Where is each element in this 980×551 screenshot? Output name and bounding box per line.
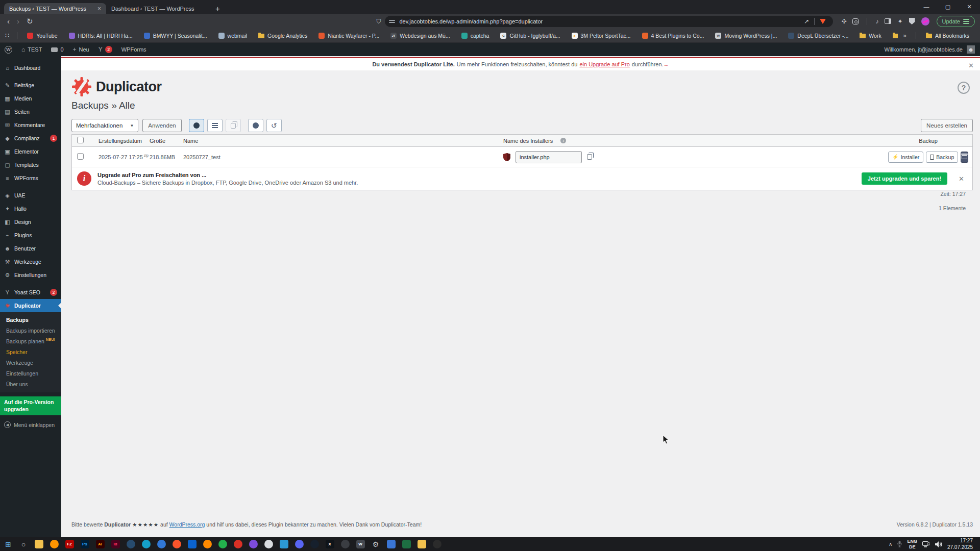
maximize-button[interactable]: ▢ xyxy=(937,0,959,13)
sidebar-pro-upgrade-button[interactable]: Auf die Pro-Version upgraden xyxy=(0,396,61,415)
submenu-import[interactable]: Backups importieren xyxy=(0,325,61,336)
trash-filter-button[interactable] xyxy=(248,119,263,132)
collapse-menu-button[interactable]: ◀ Menü einklappen xyxy=(0,421,61,428)
taskbar-vlc[interactable] xyxy=(202,539,212,549)
bookmarks-overflow-chevron[interactable]: » xyxy=(903,32,906,39)
bulk-actions-select[interactable]: Mehrfachaktionen ▼ xyxy=(71,119,138,132)
language-indicator[interactable]: ENG DE xyxy=(907,539,917,549)
archive-menu-button[interactable] xyxy=(961,152,968,163)
taskbar-start-button[interactable]: ⊞ xyxy=(3,539,13,549)
sidebar-item-tools[interactable]: ⚒ Werkzeuge xyxy=(0,255,61,268)
wordpress-org-link[interactable]: WordPress.org xyxy=(169,521,205,528)
brave-shield-icon[interactable] xyxy=(820,19,826,24)
notice-close-icon[interactable]: ✕ xyxy=(968,62,974,69)
bookmark-item[interactable]: HDRIs: All | HDRI Ha... xyxy=(69,33,133,39)
taskbar-word[interactable]: W xyxy=(355,539,365,549)
taskbar-folder2[interactable] xyxy=(416,539,427,549)
taskbar-app-blue[interactable] xyxy=(156,539,166,549)
taskbar-filezilla[interactable]: FZ xyxy=(64,539,75,549)
extension-box-icon[interactable] xyxy=(852,18,859,24)
sidebar-item-users[interactable]: ☻ Benutzer xyxy=(0,242,61,255)
taskbar-search-button[interactable]: ○ xyxy=(18,539,29,549)
installer-download-button[interactable]: ⚡ Installer xyxy=(888,152,923,163)
browser-tab-inactive[interactable]: Dashboard ‹ TEST — WordPress xyxy=(106,3,208,14)
row-checkbox[interactable] xyxy=(77,153,84,160)
apply-button[interactable]: Anwenden xyxy=(142,119,181,132)
taskbar-settings[interactable]: ⚙ xyxy=(371,539,381,549)
taskbar-app-purple[interactable] xyxy=(248,539,258,549)
backup-download-button[interactable]: Backup xyxy=(926,152,958,163)
taskbar-photoshop[interactable]: Ps xyxy=(80,539,90,549)
bookmark-item[interactable]: 4 Best Plugins to Co... xyxy=(642,33,704,39)
bookmark-item[interactable]: YouTube xyxy=(27,33,57,39)
extensions-puzzle-icon[interactable]: ✣ xyxy=(841,18,846,25)
taskbar-excel[interactable] xyxy=(401,539,411,549)
wp-logo-menu[interactable]: W xyxy=(0,43,17,56)
close-button[interactable]: ✕ xyxy=(959,0,980,13)
submenu-settings[interactable]: Einstellungen xyxy=(0,368,61,379)
taskbar-illustrator[interactable]: Ai xyxy=(95,539,105,549)
bookmark-item[interactable]: Maintenance xyxy=(893,33,898,39)
taskbar-explorer[interactable] xyxy=(34,539,44,549)
forward-icon[interactable]: › xyxy=(17,17,19,26)
bookmark-item[interactable]: webmail xyxy=(218,33,248,39)
sidebar-item-yoast[interactable]: Y Yoast SEO 2 xyxy=(0,286,61,299)
taskbar-discord[interactable] xyxy=(294,539,304,549)
upgrade-pro-link[interactable]: ein Upgrade auf Pro xyxy=(579,61,629,67)
browser-update-button[interactable]: Update xyxy=(937,16,975,27)
create-new-button[interactable]: Neues erstellen xyxy=(921,119,973,132)
sidebar-item-templates[interactable]: ▢ Templates xyxy=(0,158,61,171)
select-all-checkbox[interactable] xyxy=(77,137,84,143)
sidebar-item-hallo[interactable]: ✦ Hallo xyxy=(0,202,61,215)
filter-type-button[interactable] xyxy=(189,119,204,132)
taskbar-github[interactable] xyxy=(263,539,274,549)
bookmark-item[interactable]: Google Analytics xyxy=(258,33,307,39)
taskbar-firefox[interactable] xyxy=(49,539,59,549)
profile-avatar[interactable] xyxy=(921,17,929,26)
installer-name-input[interactable] xyxy=(516,151,582,163)
sidebar-item-complianz[interactable]: ◆ Complianz 1 xyxy=(0,132,61,145)
bookmark-item[interactable]: Work xyxy=(860,33,881,39)
column-header-name[interactable]: Name xyxy=(183,138,503,144)
bookmark-item[interactable]: BMWYY | Seasonalit... xyxy=(144,33,207,39)
sidebar-item-settings[interactable]: ⚙ Einstellungen xyxy=(0,268,61,282)
info-icon[interactable]: i xyxy=(560,138,566,143)
column-header-date[interactable]: Erstellungsdatum xyxy=(99,138,150,144)
user-avatar[interactable]: ☻ xyxy=(967,45,975,54)
media-note-icon[interactable]: ♪ xyxy=(875,18,878,25)
comments-menu[interactable]: 0 xyxy=(46,43,68,56)
sidebar-item-posts[interactable]: ✎ Beiträge xyxy=(0,79,61,92)
bookmark-item[interactable]: JT Webdesign aus Mü... xyxy=(390,33,450,39)
help-button[interactable]: ? xyxy=(958,82,970,94)
refresh-button[interactable]: ↺ xyxy=(266,119,282,132)
browser-tab-active[interactable]: Backups ‹ TEST — WordPress × xyxy=(4,3,106,14)
bookmark-item[interactable]: G GitHub - Igglybuff/a... xyxy=(500,33,560,39)
taskbar-app-teal[interactable] xyxy=(141,539,151,549)
taskbar-app-green[interactable] xyxy=(217,539,228,549)
bookmark-item[interactable]: a 3M Peltor SportTac... xyxy=(572,33,631,39)
sidebar-item-media[interactable]: ▦ Medien xyxy=(0,92,61,105)
reload-icon[interactable]: ↻ xyxy=(27,17,33,26)
copy-installer-icon[interactable] xyxy=(587,154,592,160)
sidebar-item-elementor[interactable]: ▣ Elementor xyxy=(0,145,61,158)
taskbar-app-x[interactable]: X xyxy=(325,539,335,549)
filter-list-button[interactable] xyxy=(207,119,223,132)
sidebar-item-duplicator[interactable]: ✳ Duplicator xyxy=(0,299,61,312)
sidebar-item-uae[interactable]: ◈ UAE xyxy=(0,189,61,202)
banner-close-icon[interactable]: ✕ xyxy=(959,175,964,183)
apps-grid-icon[interactable]: ∷ xyxy=(5,32,10,39)
taskbar-app-darkblue[interactable] xyxy=(126,539,136,549)
copy-selection-button[interactable] xyxy=(226,119,241,132)
speaker-icon[interactable] xyxy=(935,541,942,547)
taskbar-brave[interactable] xyxy=(172,539,182,549)
submenu-tools[interactable]: Werkzeuge xyxy=(0,357,61,368)
taskbar-clock[interactable]: 17:27 27.07.2025 xyxy=(947,538,973,550)
url-text[interactable]: dev.jacobtobies.de/wp-admin/admin.php?pa… xyxy=(399,18,801,24)
site-settings-icon[interactable] xyxy=(389,19,395,24)
user-greeting[interactable]: Willkommen, jt@jacobtobies.de xyxy=(884,46,963,53)
bookmark-icon[interactable]: ⛉ xyxy=(376,18,381,25)
network-icon[interactable] xyxy=(922,541,930,547)
all-bookmarks-button[interactable]: All Bookmarks xyxy=(926,33,969,39)
upgrade-now-button[interactable]: Jetzt upgraden und sparen! xyxy=(862,172,947,185)
submenu-storage[interactable]: Speicher xyxy=(0,346,61,357)
